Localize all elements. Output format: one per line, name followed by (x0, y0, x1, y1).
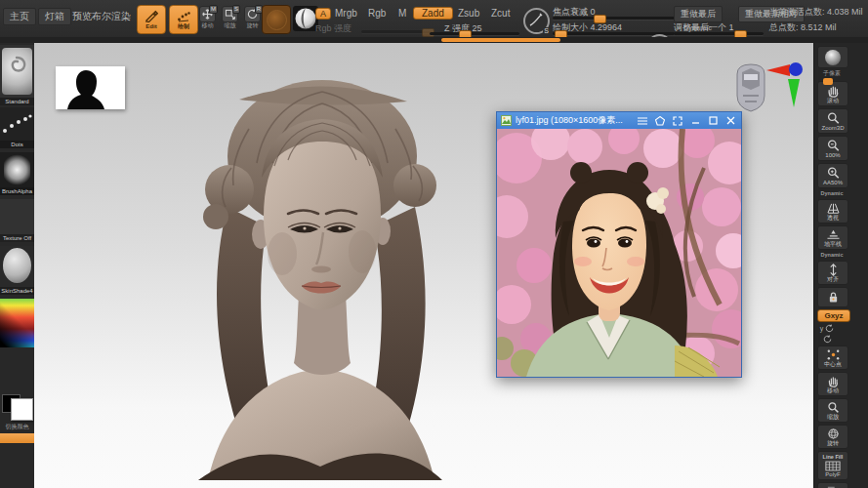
perspective-label: 透视 (827, 215, 839, 222)
menu-home[interactable]: 主页 (3, 8, 36, 25)
texture-picker[interactable]: Texture Off (0, 199, 34, 242)
image-viewer-window[interactable]: lyf01.jpg (1080×1600像素... (496, 111, 742, 378)
m-button[interactable]: M (395, 8, 409, 19)
floor-button[interactable]: 地平线 (817, 225, 848, 250)
stroke-settings-icon[interactable]: S (523, 8, 550, 34)
channel-a-button[interactable]: A (315, 8, 331, 20)
active-points-stat: 当前激活点数: 4.038 Mil (769, 6, 863, 19)
mrgb-button[interactable]: Mrgb (332, 8, 360, 19)
replay-last-button[interactable]: 重做最后 (674, 6, 723, 22)
spin-mini-button[interactable] (817, 335, 837, 344)
perspective-grid-icon (826, 202, 841, 215)
texture-circle-icon (267, 10, 287, 30)
doc-zoom-indicator[interactable] (441, 38, 560, 42)
orientation-gizmo[interactable] (729, 57, 809, 119)
document-thumbnail (56, 66, 125, 109)
zadd-button[interactable]: Zadd (413, 7, 453, 20)
transparency-button[interactable]: 透明 (817, 482, 848, 488)
viewer-menu-button[interactable] (636, 114, 649, 127)
brush-picker[interactable]: Standard (0, 45, 34, 105)
stroke-name: Dots (0, 141, 34, 148)
magnifier-icon (826, 111, 841, 125)
main-color-swatch[interactable] (11, 398, 33, 421)
linefill-label: Line Fill (823, 454, 844, 461)
viewer-titlebar[interactable]: lyf01.jpg (1080×1600像素... (497, 112, 741, 129)
texture-slot-button[interactable] (262, 5, 291, 34)
right-shelf: 子像素 滚动 Zoom3D 100% AA50% (813, 43, 868, 488)
texture-name: Texture Off (0, 234, 34, 242)
bpr-render-button[interactable] (817, 46, 848, 68)
local-center-button[interactable]: 中心点 (817, 346, 848, 370)
canvas-move-button[interactable]: 移动 (817, 372, 848, 396)
rgb-intensity-slider[interactable] (361, 30, 434, 33)
alpha-name: BrushAlpha (0, 187, 34, 195)
top-toolbar: 主页 灯箱 预览布尔渲染 Edit 绘制 M 移动 (0, 0, 868, 38)
stroke-picker[interactable]: Dots (0, 107, 34, 148)
gradient-color-bar[interactable] (0, 433, 34, 443)
rotate-button[interactable]: R 旋转 (242, 6, 263, 32)
y-axis-mini-button[interactable]: y (817, 324, 837, 333)
edit-button-label: Edit (145, 23, 156, 29)
floor-label: 地平线 (824, 241, 842, 248)
canvas-rotate-button[interactable]: 旋转 (817, 425, 848, 449)
render-sphere-icon (823, 49, 843, 66)
total-points-stat: 总点数: 8.512 Mil (769, 21, 837, 34)
canvas-zoom-button[interactable]: 缩放 (817, 398, 848, 423)
polyframe-button[interactable]: Line Fill PolyF (817, 451, 848, 480)
edit-button[interactable]: Edit (137, 5, 166, 34)
zoom3d-button[interactable]: Zoom3D (817, 108, 848, 134)
viewer-close-button[interactable] (723, 114, 737, 127)
rgb-intensity-slider-label: Rgb 强度 (315, 22, 351, 35)
reference-photo (497, 129, 741, 377)
polyframe-label: PolyF (825, 471, 840, 478)
move-icon: M (199, 6, 216, 22)
material-sphere-thumbnail-icon (3, 248, 31, 283)
orbit-mini-icon (825, 324, 834, 333)
scroll-button[interactable]: 滚动 (817, 81, 848, 106)
y-axis-cone (788, 79, 800, 107)
brush-thumbnail-icon (2, 48, 32, 95)
zcut-button[interactable]: Zcut (488, 8, 513, 19)
align-label: 对齐 (827, 276, 839, 283)
switch-color-label: 切换颜色 (0, 423, 34, 431)
alpha-picker[interactable]: BrushAlpha (0, 152, 34, 195)
move-button[interactable]: M 移动 (197, 6, 218, 32)
viewer-maximize-button[interactable] (706, 114, 720, 127)
aahalf-button[interactable]: AA50% (817, 163, 848, 188)
zsub-button[interactable]: Zsub (455, 8, 482, 19)
z-intensity-slider[interactable] (430, 32, 519, 35)
canvas-move-label: 移动 (827, 387, 839, 394)
scale-badge: S (232, 5, 240, 14)
scale-button[interactable]: S 缩放 (220, 6, 240, 32)
draw-button[interactable]: 绘制 (169, 5, 198, 34)
center-point-icon (826, 348, 841, 361)
color-gradient-icon (0, 299, 34, 347)
viewer-favorite-button[interactable] (653, 114, 667, 127)
draw-button-label: 绘制 (178, 23, 189, 29)
move-label: 移动 (202, 22, 214, 29)
viewer-minimize-button[interactable] (688, 114, 702, 127)
spin-mini-icon (823, 335, 832, 344)
zoom3d-label: Zoom3D (821, 125, 844, 132)
stroke-badge: S (543, 27, 550, 34)
lock-symmetry-button[interactable] (817, 287, 848, 307)
align-button[interactable]: 对齐 (817, 261, 848, 285)
perspective-button[interactable]: 透视 (817, 199, 848, 224)
preview-boolean-button[interactable]: 预览布尔渲染 (72, 10, 131, 23)
actual-size-button[interactable]: 100% (817, 136, 848, 161)
gxyz-button[interactable]: Gxyz (817, 309, 850, 322)
sculpted-head-model[interactable] (181, 70, 459, 480)
pencil-icon (145, 10, 158, 22)
move-badge: M (209, 5, 218, 14)
alpha-thumbnail-icon (4, 154, 30, 185)
actual-size-label: 100% (825, 152, 840, 159)
viewer-fullscreen-button[interactable] (671, 114, 684, 127)
sculpt-canvas[interactable]: lyf01.jpg (1080×1600像素... (34, 43, 813, 488)
lightbox-button[interactable]: 灯箱 (38, 8, 71, 25)
adjust-last-slider[interactable] (674, 32, 764, 35)
dynamic-persp-label: Dynamic (817, 190, 847, 197)
spix-knob[interactable] (823, 78, 833, 85)
material-picker[interactable]: SkinShade4 (0, 246, 34, 295)
rgb-button[interactable]: Rgb (365, 8, 389, 19)
color-picker[interactable] (0, 299, 34, 347)
